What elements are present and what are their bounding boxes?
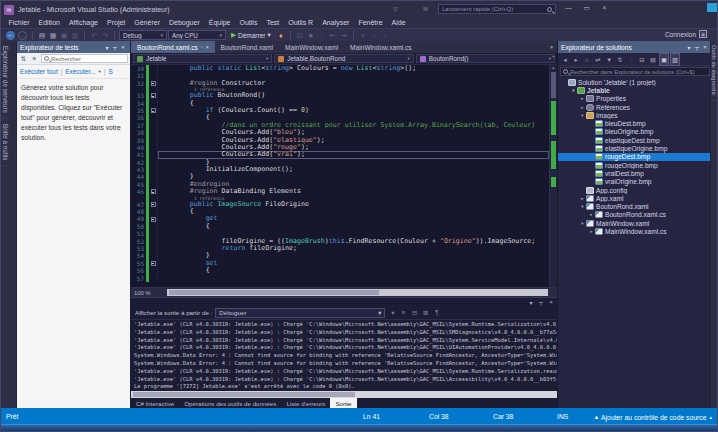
code-line-36[interactable]: 36 {: [131, 114, 549, 121]
tree-item-vraiorigine-bmp[interactable]: vraiOrigine.bmp: [558, 178, 712, 186]
expander-icon[interactable]: ▸: [588, 212, 595, 217]
autohide-tab-explorateur-de-serveurs[interactable]: Explorateur de serveurs: [1, 41, 10, 119]
out-word-wrap-icon[interactable]: ¶: [432, 309, 441, 317]
code-line-30[interactable]: 30 public static List<string> Couleurs =…: [131, 65, 549, 72]
se-preview-icon[interactable]: ▥: [670, 53, 680, 66]
menu-test[interactable]: Test: [262, 19, 284, 26]
tree-item-rougedest-bmp[interactable]: rougeDest.bmp: [558, 153, 712, 161]
tab-overflow-icon[interactable]: ▾: [546, 41, 557, 53]
close-icon[interactable]: ×: [701, 44, 709, 50]
split-editor-handle[interactable]: +: [550, 53, 557, 59]
autohide-tab-outils-de-diagnostic[interactable]: Outils de diagnostic: [711, 41, 717, 101]
tree-item-r-f-rences[interactable]: ▸Références: [558, 103, 712, 111]
se-back-icon[interactable]: ◂: [560, 54, 570, 65]
collapse-region-icon[interactable]: [151, 261, 156, 266]
tree-item-elastiquedest-bmp[interactable]: elastiqueDest.bmp: [558, 136, 712, 144]
se-properties-icon[interactable]: ▣: [659, 53, 669, 66]
menu-analyser[interactable]: Analyser: [318, 19, 354, 26]
pin-icon[interactable]: ┬: [693, 44, 701, 50]
code-editor[interactable]: 30 public static List<string> Couleurs =…: [131, 65, 549, 287]
code-line-49[interactable]: 49 get: [131, 215, 549, 222]
code-line-48[interactable]: 48 {: [131, 208, 549, 215]
se-refresh-icon[interactable]: ◌: [626, 54, 636, 65]
solution-platforms-dropdown[interactable]: Any CPU▾: [168, 30, 226, 40]
collapse-region-icon[interactable]: [151, 202, 156, 207]
out-find-icon[interactable]: ▾: [388, 309, 397, 317]
stop-debugging-icon[interactable]: ■: [306, 30, 316, 41]
editor-vertical-scrollbar[interactable]: + ▴: [549, 65, 557, 287]
code-line-33[interactable]: 33 public BoutonRond(): [131, 92, 549, 99]
code-line-43[interactable]: 43 InitializeComponent();: [131, 166, 549, 173]
output-source-dropdown[interactable]: Déboguer ▾: [215, 308, 385, 318]
doc-tab-boutonrond-xaml[interactable]: BoutonRond.xaml: [215, 41, 279, 53]
menu-quipe[interactable]: Équipe: [204, 19, 235, 26]
code-line-40[interactable]: 40 Couleurs.Add("rouge");: [131, 144, 549, 151]
code-line-53[interactable]: 53 return fileOrigine;: [131, 245, 549, 252]
pin-icon[interactable]: ┬: [111, 44, 119, 50]
sign-in-area[interactable]: Connexion ▣: [665, 30, 707, 38]
break-all-icon[interactable]: ⊡: [295, 30, 305, 41]
code-line-34[interactable]: 34 {: [131, 100, 549, 107]
close-icon[interactable]: ×: [119, 44, 127, 50]
step-over-icon[interactable]: ⇥: [339, 30, 349, 41]
code-line-32[interactable]: 32 #region Constructor: [131, 80, 549, 87]
expander-icon[interactable]: ▸: [579, 96, 586, 101]
te-settings-icon[interactable]: ≡: [30, 55, 39, 62]
find-in-files-icon[interactable]: ≡: [358, 30, 368, 41]
out-prev-message-icon[interactable]: ≡: [399, 309, 408, 317]
window-menu-icon[interactable]: ▾: [527, 299, 535, 306]
expander-icon[interactable]: ▸: [588, 229, 595, 234]
menu-fen-tre[interactable]: Fenêtre: [354, 19, 387, 26]
pin-tab-icon[interactable]: ◦: [201, 44, 203, 50]
pin-icon[interactable]: ┬: [537, 299, 545, 306]
out-clear-all-icon[interactable]: ⊠: [421, 309, 430, 317]
solution-explorer-search-input[interactable]: Rechercher dans Explorateur de solutions…: [560, 67, 710, 76]
collapse-region-icon[interactable]: [151, 93, 156, 98]
code-line-55[interactable]: 55 set: [131, 260, 549, 267]
code-line-45[interactable]: 45 #endregion: [131, 181, 549, 188]
code-line-47[interactable]: 47 public ImageSource FileOrigine: [131, 201, 549, 208]
window-menu-icon[interactable]: ▾: [685, 44, 693, 51]
code-line-56[interactable]: 56 {: [131, 267, 549, 274]
save-all-icon[interactable]: ▥: [70, 30, 80, 41]
scrollbar-thumb[interactable]: [551, 72, 556, 98]
doc-tab-mainwindow-xaml-cs[interactable]: MainWindow.xaml.cs: [344, 41, 418, 53]
code-line-51[interactable]: 51: [131, 230, 549, 237]
menu-d-boguer[interactable]: Déboguer: [164, 19, 204, 26]
tree-item-boutonrond-xaml-cs[interactable]: ▸BoutonRond.xaml.cs: [558, 211, 712, 219]
scrollbar-thumb[interactable]: [133, 392, 355, 397]
navigate-forward-icon[interactable]: →: [18, 31, 27, 40]
se-home-icon[interactable]: ⌂: [582, 54, 592, 65]
save-icon[interactable]: ▣: [59, 30, 69, 41]
expander-icon[interactable]: ▸: [579, 105, 586, 110]
tree-item-bleudest-bmp[interactable]: bleuDest.bmp: [558, 119, 712, 127]
expander-icon[interactable]: ▾: [570, 88, 577, 93]
se-sync-icon[interactable]: ⇅: [615, 54, 625, 65]
menu-affichage[interactable]: Affichage: [64, 19, 102, 26]
step-into-icon[interactable]: ⇤: [328, 30, 338, 41]
code-line-54[interactable]: 54 }: [131, 252, 549, 259]
code-line-52[interactable]: 52 fileOrigine = ((ImageBrush)this.FindR…: [131, 238, 549, 245]
editor-zoom-select[interactable]: 100 %: [131, 290, 167, 296]
collapse-region-icon[interactable]: [151, 81, 156, 86]
undo-icon[interactable]: ↶: [89, 30, 99, 41]
code-line-44[interactable]: 44 }: [131, 173, 549, 180]
menu-fichier[interactable]: Fichier: [4, 19, 34, 26]
tree-item-app-config[interactable]: App.config: [558, 186, 712, 194]
code-line-57[interactable]: 57: [131, 275, 549, 282]
menu-edition[interactable]: Edition: [34, 19, 64, 26]
scrollbar-thumb[interactable]: [169, 290, 379, 295]
expander-icon[interactable]: ▾: [579, 204, 586, 209]
code-line-42[interactable]: 42 }: [131, 159, 549, 166]
close-button[interactable]: ×: [597, 2, 612, 13]
se-collapse-all-icon[interactable]: ⊟: [637, 54, 647, 65]
quick-launch-input[interactable]: Lancement rapide (Ctrl+Q): [438, 4, 556, 14]
expander-icon[interactable]: ▸: [579, 196, 586, 201]
code-line-46[interactable]: 46 #region DataBinding Elements: [131, 188, 549, 195]
navbar-dropdown-jetable-boutonrond[interactable]: Jetable.BoutonRond▾: [274, 54, 413, 63]
tree-item-mainwindow-xaml[interactable]: ▾MainWindow.xaml: [558, 219, 712, 227]
tree-item-elastiqueorigine-bmp[interactable]: elastiqueOrigine.bmp: [558, 144, 712, 152]
close-tab-icon[interactable]: ×: [206, 44, 209, 50]
collapse-region-icon[interactable]: [151, 108, 156, 113]
tree-item-jetable[interactable]: ▾Jetable: [558, 86, 712, 94]
